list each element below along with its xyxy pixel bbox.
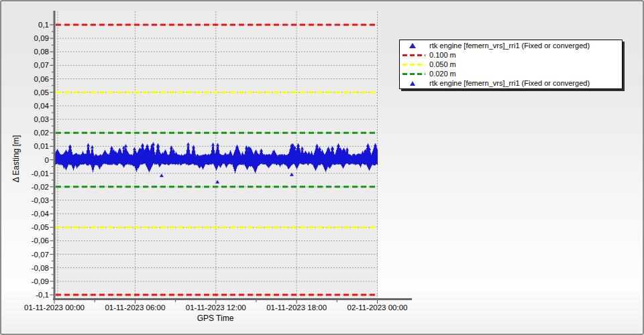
y-tick-label: -0,09 bbox=[32, 277, 49, 285]
legend-marker-cell bbox=[400, 73, 428, 75]
legend-item-limit-20mm: 0.020 m bbox=[400, 69, 622, 78]
y-tick-label: -0,06 bbox=[32, 237, 49, 245]
y-tick-label: 0,06 bbox=[34, 75, 49, 83]
legend-item-series-2: rtk engine [femern_vrs]_rri1 (Fixed or c… bbox=[400, 78, 622, 88]
y-tick-label: -0,05 bbox=[32, 223, 49, 231]
legend-item-limit-50mm: 0.050 m bbox=[400, 60, 622, 69]
legend: rtk engine [femern_vrs]_rri1 (Fixed or c… bbox=[399, 40, 623, 89]
x-tick-label: 02-11-2023 00:00 bbox=[347, 304, 408, 312]
y-tick-label: 0,09 bbox=[34, 34, 49, 42]
legend-item-limit-100mm: 0.100 m bbox=[400, 50, 622, 60]
y-tick-label: 0 bbox=[45, 156, 49, 164]
y-tick-label: 0,04 bbox=[34, 102, 50, 110]
y-tick-label: 0,03 bbox=[34, 115, 49, 123]
x-axis-title: GPS Time bbox=[175, 314, 256, 323]
legend-marker-cell bbox=[400, 81, 428, 86]
y-tick-label: -0,02 bbox=[32, 183, 49, 191]
yellow-dash-line-icon bbox=[402, 64, 425, 66]
legend-item-series: rtk engine [femern_vrs]_rri1 (Fixed or c… bbox=[400, 41, 622, 50]
y-tick-label: -0,01 bbox=[32, 170, 49, 178]
red-dash-line-icon bbox=[402, 54, 425, 56]
x-tick-label: 01-11-2023 18:00 bbox=[266, 304, 327, 312]
y-tick-label: -0,04 bbox=[32, 210, 50, 218]
y-tick-label: 0,02 bbox=[34, 129, 49, 137]
series-triangle-icon bbox=[410, 81, 415, 86]
legend-item-label: rtk engine [femern_vrs]_rri1 (Fixed or c… bbox=[428, 42, 590, 50]
legend-marker-cell bbox=[400, 54, 428, 56]
x-tick-label: 01-11-2023 06:00 bbox=[105, 304, 165, 312]
green-dash-line-icon bbox=[402, 73, 425, 75]
chart-panel: 0,10,090,080,070,060,050,040,030,020,010… bbox=[0, 0, 644, 335]
y-tick-label: 0,01 bbox=[34, 142, 49, 150]
y-tick-label: -0,07 bbox=[32, 251, 49, 259]
y-tick-label: -0,08 bbox=[32, 264, 49, 272]
y-tick-label: -0,03 bbox=[32, 196, 49, 204]
legend-marker-cell bbox=[400, 43, 428, 48]
y-tick-label: -0,1 bbox=[36, 291, 49, 299]
series-triangle-icon bbox=[409, 43, 416, 48]
legend-marker-cell bbox=[400, 64, 428, 66]
y-tick-label: 0,08 bbox=[34, 48, 49, 56]
legend-item-label: 0.050 m bbox=[428, 60, 456, 68]
legend-item-label: 0.020 m bbox=[428, 70, 456, 78]
y-tick-label: 0,05 bbox=[34, 88, 49, 96]
y-tick-label: 0,07 bbox=[34, 61, 49, 69]
x-tick-label: 01-11-2023 00:00 bbox=[24, 304, 85, 312]
legend-item-label: rtk engine [femern_vrs]_rri1 (Fixed or c… bbox=[428, 79, 590, 87]
legend-item-label: 0.100 m bbox=[428, 51, 456, 59]
y-axis-title: Δ Easting [m] bbox=[11, 105, 21, 212]
y-tick-label: 0,1 bbox=[38, 21, 49, 29]
x-tick-label: 01-11-2023 12:00 bbox=[186, 304, 246, 312]
